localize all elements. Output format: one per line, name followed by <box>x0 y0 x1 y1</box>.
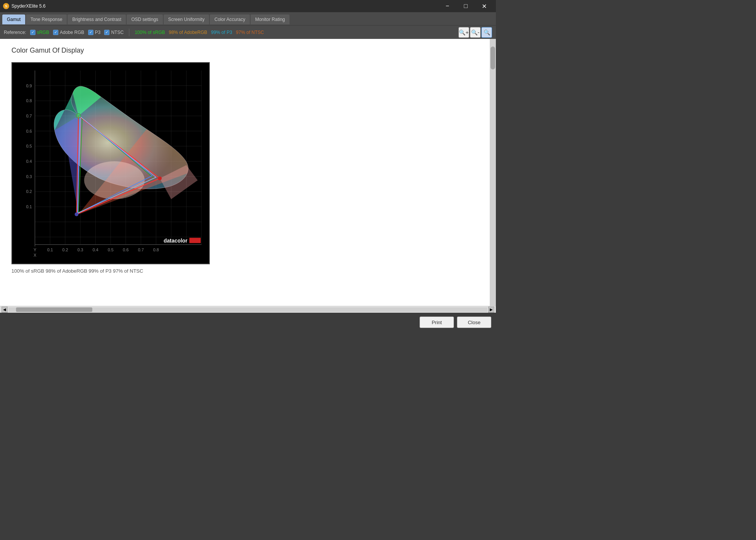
svg-text:0.7: 0.7 <box>138 248 144 252</box>
tab-tone-response[interactable]: Tone Response <box>26 14 67 24</box>
svg-text:0.7: 0.7 <box>26 114 32 118</box>
minimize-button[interactable]: − <box>439 0 456 12</box>
scrollbar-thumb[interactable] <box>491 47 495 69</box>
ref-srgb-label: sRGB <box>37 30 49 35</box>
svg-point-51 <box>75 212 79 216</box>
stat-srgb: 100% of sRGB <box>135 30 165 35</box>
zoom-in-button[interactable]: 🔍+ <box>458 27 469 38</box>
tab-osd-settings[interactable]: OSD settings <box>127 14 163 24</box>
ref-srgb-checkbox[interactable]: ✓ <box>30 30 35 35</box>
svg-text:0.3: 0.3 <box>77 248 83 252</box>
gamut-chart-svg: 0.9 0.8 0.7 0.6 0.5 0.4 0.3 0.2 0.1 Y 0.… <box>12 63 209 264</box>
zoom-out-button[interactable]: 🔍- <box>470 27 481 38</box>
ref-p3-label: P3 <box>95 30 101 35</box>
zoom-controls: 🔍+ 🔍- 🔍 <box>458 27 492 38</box>
ref-p3[interactable]: ✓ P3 <box>88 30 101 35</box>
svg-text:0.9: 0.9 <box>26 84 32 88</box>
content-inner: Color Gamut Of Display <box>0 39 490 306</box>
ref-adobe-rgb[interactable]: ✓ Adobe RGB <box>53 30 84 35</box>
stat-p3: 99% of P3 <box>211 30 232 35</box>
svg-point-50 <box>158 177 162 180</box>
svg-text:0.1: 0.1 <box>26 204 32 209</box>
reference-label: Reference: <box>4 30 26 35</box>
svg-text:0.5: 0.5 <box>108 248 113 252</box>
close-dialog-button[interactable]: Close <box>457 317 491 328</box>
ref-srgb[interactable]: ✓ sRGB <box>30 30 49 35</box>
tab-screen-uniformity[interactable]: Screen Uniformity <box>164 14 209 24</box>
ref-adobe-checkbox[interactable]: ✓ <box>53 30 58 35</box>
scroll-left-button[interactable]: ◀ <box>2 307 8 313</box>
print-button[interactable]: Print <box>420 317 454 328</box>
svg-point-43 <box>84 161 145 199</box>
svg-text:Y: Y <box>34 248 37 252</box>
title-bar-controls: − □ ✕ <box>439 0 493 12</box>
close-button[interactable]: ✕ <box>475 0 493 12</box>
maximize-button[interactable]: □ <box>457 0 475 12</box>
ref-p3-checkbox[interactable]: ✓ <box>88 30 93 35</box>
svg-text:0.4: 0.4 <box>26 159 32 164</box>
partial-stats-text: 100% of sRGB 98% of AdobeRGB 99% of P3 9… <box>11 268 478 274</box>
scroll-track[interactable] <box>8 307 487 312</box>
scroll-thumb[interactable] <box>16 307 92 312</box>
zoom-fit-button[interactable]: 🔍 <box>481 27 492 38</box>
ref-adobe-label: Adobe RGB <box>60 30 84 35</box>
stat-adobe: 98% of AdobeRGB <box>169 30 207 35</box>
page-title: Color Gamut Of Display <box>11 47 478 55</box>
svg-text:datacolor: datacolor <box>164 238 188 244</box>
svg-text:0.3: 0.3 <box>26 174 32 179</box>
tab-color-accuracy[interactable]: Color Accuracy <box>210 14 250 24</box>
reference-bar: Reference: ✓ sRGB ✓ Adobe RGB ✓ P3 ✓ NTS… <box>0 25 496 39</box>
stat-ntsc: 97% of NTSC <box>236 30 264 35</box>
app-title: SpyderXElite 5.6 <box>11 3 45 9</box>
svg-point-49 <box>77 115 80 117</box>
ref-ntsc[interactable]: ✓ NTSC <box>104 30 124 35</box>
svg-text:0.5: 0.5 <box>26 144 32 148</box>
ref-divider <box>129 29 129 36</box>
title-bar: S SpyderXElite 5.6 − □ ✕ <box>0 0 496 12</box>
svg-text:0.4: 0.4 <box>93 248 98 252</box>
main-area: Color Gamut Of Display <box>0 39 496 313</box>
svg-text:0.8: 0.8 <box>26 98 32 103</box>
svg-text:0.1: 0.1 <box>47 248 53 252</box>
scrollbar-track[interactable] <box>490 39 496 306</box>
gamut-chart: 0.9 0.8 0.7 0.6 0.5 0.4 0.3 0.2 0.1 Y 0.… <box>11 62 210 264</box>
content-scroll: Color Gamut Of Display <box>0 39 496 306</box>
bottom-scrollbar[interactable]: ◀ ▶ <box>0 306 496 313</box>
svg-text:0.8: 0.8 <box>153 248 159 252</box>
svg-text:0.6: 0.6 <box>123 248 129 252</box>
tab-brightness-contrast[interactable]: Brightness and Contrast <box>68 14 126 24</box>
svg-text:X: X <box>34 253 37 257</box>
ref-ntsc-label: NTSC <box>111 30 124 35</box>
tab-gamut[interactable]: Gamut <box>2 14 25 24</box>
scroll-right-button[interactable]: ▶ <box>488 307 494 313</box>
svg-text:0.2: 0.2 <box>26 189 32 194</box>
svg-text:0.6: 0.6 <box>26 129 32 133</box>
bottom-bar: Print Close <box>0 313 496 332</box>
tab-bar: Gamut Tone Response Brightness and Contr… <box>0 12 496 25</box>
tab-monitor-rating[interactable]: Monitor Rating <box>251 14 290 24</box>
title-bar-left: S SpyderXElite 5.6 <box>3 3 45 9</box>
svg-text:0.2: 0.2 <box>62 248 68 252</box>
app-icon: S <box>3 3 9 9</box>
svg-rect-53 <box>189 238 201 243</box>
ref-ntsc-checkbox[interactable]: ✓ <box>104 30 109 35</box>
